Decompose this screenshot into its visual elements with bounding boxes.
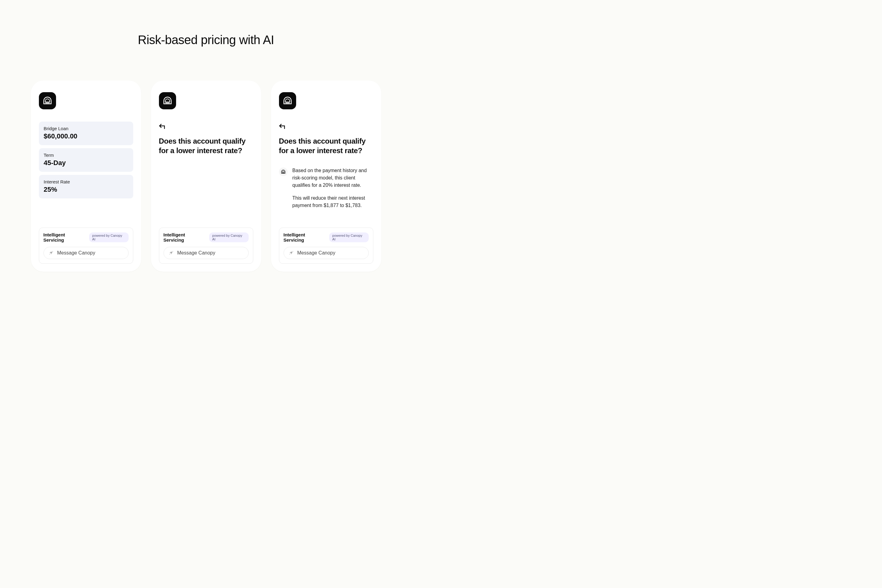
question-card: Does this account qualify for a lower in… bbox=[151, 81, 261, 272]
canopy-logo-icon bbox=[159, 92, 176, 110]
servicing-badge: powered by Canopy AI bbox=[89, 232, 128, 242]
servicing-header: Intelligent Servicing powered by Canopy … bbox=[164, 232, 249, 243]
servicing-panel: Intelligent Servicing powered by Canopy … bbox=[39, 228, 133, 264]
page-title: Risk-based pricing with AI bbox=[0, 0, 412, 47]
message-placeholder: Message Canopy bbox=[57, 250, 96, 256]
message-input[interactable]: Message Canopy bbox=[284, 247, 369, 259]
response-card: Does this account qualify for a lower in… bbox=[271, 81, 381, 272]
servicing-title: Intelligent Servicing bbox=[284, 232, 327, 243]
message-input[interactable]: Message Canopy bbox=[164, 247, 249, 259]
rate-label: Interest Rate bbox=[44, 179, 128, 184]
message-placeholder: Message Canopy bbox=[177, 250, 216, 256]
term-block: Term 45-Day bbox=[39, 148, 133, 172]
ai-response: Based on the payment history and risk-sc… bbox=[279, 167, 374, 209]
ai-response-p2: This will reduce their next interest pay… bbox=[292, 195, 374, 209]
sparkle-icon bbox=[49, 250, 54, 255]
svg-point-1 bbox=[52, 251, 53, 252]
servicing-panel: Intelligent Servicing powered by Canopy … bbox=[159, 228, 253, 264]
servicing-badge: powered by Canopy AI bbox=[329, 232, 368, 242]
cards-container: Bridge Loan $60,000.00 Term 45-Day Inter… bbox=[0, 81, 412, 272]
servicing-header: Intelligent Servicing powered by Canopy … bbox=[284, 232, 369, 243]
servicing-header: Intelligent Servicing powered by Canopy … bbox=[44, 232, 129, 243]
loan-amount-value: $60,000.00 bbox=[44, 132, 128, 140]
svg-point-2 bbox=[49, 254, 50, 255]
svg-point-8 bbox=[292, 251, 293, 252]
servicing-title: Intelligent Servicing bbox=[44, 232, 86, 243]
term-value: 45-Day bbox=[44, 159, 128, 167]
canopy-logo-icon bbox=[279, 92, 296, 110]
reply-icon bbox=[279, 123, 374, 131]
canopy-logo-icon bbox=[39, 92, 56, 110]
rate-value: 25% bbox=[44, 186, 128, 194]
loan-amount-block: Bridge Loan $60,000.00 bbox=[39, 122, 133, 145]
term-label: Term bbox=[44, 153, 128, 158]
ai-response-p1: Based on the payment history and risk-sc… bbox=[292, 167, 374, 189]
reply-icon bbox=[159, 123, 253, 131]
canopy-small-icon bbox=[279, 168, 288, 176]
servicing-badge: powered by Canopy AI bbox=[209, 232, 248, 242]
sparkle-icon bbox=[169, 250, 174, 255]
question-text: Does this account qualify for a lower in… bbox=[159, 136, 253, 155]
message-input[interactable]: Message Canopy bbox=[44, 247, 129, 259]
svg-point-9 bbox=[290, 254, 290, 255]
message-placeholder: Message Canopy bbox=[297, 250, 336, 256]
svg-point-5 bbox=[170, 254, 170, 255]
svg-point-4 bbox=[172, 251, 173, 252]
question-text: Does this account qualify for a lower in… bbox=[279, 136, 374, 155]
ai-response-text: Based on the payment history and risk-sc… bbox=[292, 167, 374, 209]
loan-amount-label: Bridge Loan bbox=[44, 126, 128, 131]
servicing-panel: Intelligent Servicing powered by Canopy … bbox=[279, 228, 374, 264]
rate-block: Interest Rate 25% bbox=[39, 175, 133, 198]
servicing-title: Intelligent Servicing bbox=[164, 232, 206, 243]
sparkle-icon bbox=[289, 250, 294, 255]
loan-details-card: Bridge Loan $60,000.00 Term 45-Day Inter… bbox=[31, 81, 141, 272]
